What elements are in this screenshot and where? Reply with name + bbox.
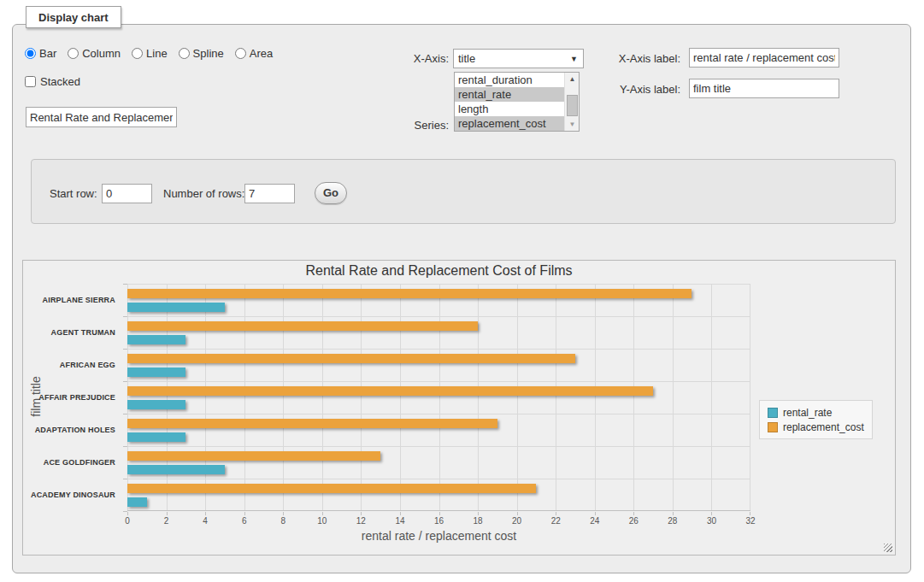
go-button[interactable]: Go xyxy=(315,182,347,204)
chart-type-option-spline[interactable]: Spline xyxy=(179,47,224,60)
bar-replacement_cost[interactable] xyxy=(127,321,478,331)
bar-replacement_cost[interactable] xyxy=(127,484,536,493)
gridline xyxy=(595,284,596,510)
x-axis-select-label: X-Axis: xyxy=(393,52,449,65)
x-tick-label: 30 xyxy=(698,516,724,526)
x-axis-tick xyxy=(244,512,245,515)
bar-rental_rate[interactable] xyxy=(127,335,185,344)
start-row-input[interactable] xyxy=(102,184,152,203)
gridline xyxy=(439,284,440,510)
series-option-rental_duration[interactable]: rental_duration xyxy=(455,73,564,87)
bar-replacement_cost[interactable] xyxy=(127,354,575,363)
series-option-replacement_cost[interactable]: replacement_cost xyxy=(455,116,564,131)
gridline xyxy=(633,284,634,510)
chart-type-radio-column[interactable] xyxy=(68,48,79,59)
chart-type-option-bar[interactable]: Bar xyxy=(25,47,56,60)
chart-type-option-line[interactable]: Line xyxy=(132,47,168,60)
num-rows-label: Number of rows: xyxy=(163,187,244,200)
stacked-checkbox[interactable] xyxy=(25,76,36,87)
legend-item-rental_rate[interactable]: rental_rate xyxy=(768,405,864,420)
resize-handle-icon[interactable] xyxy=(884,544,892,552)
x-tick-label: 10 xyxy=(309,516,335,526)
bar-rental_rate[interactable] xyxy=(127,465,225,474)
x-axis-tick xyxy=(556,512,556,515)
bar-rental_rate[interactable] xyxy=(127,497,147,507)
gridline xyxy=(750,284,750,510)
x-tick-label: 14 xyxy=(387,516,413,526)
x-tick-label: 6 xyxy=(232,516,257,526)
bar-rental_rate[interactable] xyxy=(127,400,185,409)
category-label: AFRICAN EGG xyxy=(23,349,121,381)
row-range-panel: Start row: Number of rows: Go xyxy=(31,159,896,224)
bar-rental_rate[interactable] xyxy=(127,303,225,312)
chart-type-radio-bar[interactable] xyxy=(25,48,36,59)
x-axis-label-input[interactable] xyxy=(689,48,839,68)
x-axis-select[interactable]: title ▼ xyxy=(453,49,584,68)
series-option-rental_rate[interactable]: rental_rate xyxy=(455,87,564,102)
stacked-checkbox-row: Stacked xyxy=(25,75,80,88)
chart-type-radio-spline[interactable] xyxy=(179,48,190,59)
x-tick-label: 18 xyxy=(465,516,491,526)
num-rows-input[interactable] xyxy=(244,184,295,203)
scrollbar-thumb[interactable] xyxy=(567,95,578,116)
category-label: ACE GOLDFINGER xyxy=(23,446,121,479)
gridline xyxy=(205,284,206,510)
bar-replacement_cost[interactable] xyxy=(127,289,692,298)
chart-type-radio-area[interactable] xyxy=(235,48,246,59)
y-axis-label-label: Y-Axis label: xyxy=(598,83,680,96)
bar-replacement_cost[interactable] xyxy=(127,386,653,396)
chart-type-label: Column xyxy=(82,47,121,60)
bar-replacement_cost[interactable] xyxy=(127,419,497,428)
series-listbox[interactable]: rental_durationrental_ratelengthreplacem… xyxy=(454,72,580,132)
bar-rental_rate[interactable] xyxy=(127,367,185,377)
x-tick-label: 0 xyxy=(115,516,140,526)
y-axis-label-input[interactable] xyxy=(689,79,839,98)
chart-title-input[interactable] xyxy=(26,107,177,127)
x-tick-label: 12 xyxy=(348,516,374,526)
stacked-label: Stacked xyxy=(40,75,80,88)
chart-legend: rental_ratereplacement_cost xyxy=(759,400,873,439)
bar-rental_rate[interactable] xyxy=(127,432,185,442)
gridline xyxy=(322,284,323,510)
scroll-up-icon[interactable]: ▲ xyxy=(565,73,580,85)
y-axis-tick xyxy=(123,284,127,285)
gridline xyxy=(127,349,750,350)
start-row-label: Start row: xyxy=(50,187,97,200)
bar-replacement_cost[interactable] xyxy=(127,451,380,461)
gridline xyxy=(556,284,556,510)
x-axis-tick xyxy=(322,512,323,515)
plot-area xyxy=(127,284,750,511)
listbox-scrollbar[interactable]: ▲ ▼ xyxy=(564,73,579,131)
category-label: AIRPLANE SIERRA xyxy=(23,284,121,316)
gridline xyxy=(127,446,750,447)
x-tick-label: 24 xyxy=(582,516,608,526)
legend-label: replacement_cost xyxy=(783,421,864,433)
gridline xyxy=(127,316,750,317)
x-tick-label: 4 xyxy=(192,516,218,526)
x-axis-tick xyxy=(205,512,206,515)
x-axis-tick xyxy=(283,512,284,515)
x-tick-label: 26 xyxy=(621,516,646,526)
x-axis-tick xyxy=(361,512,362,515)
x-axis-title: rental rate / replacement cost xyxy=(127,529,750,543)
y-axis-tick xyxy=(123,316,127,317)
category-label: ACADEMY DINOSAUR xyxy=(23,479,121,511)
category-label: ADAPTATION HOLES xyxy=(23,414,121,446)
gridline xyxy=(400,284,401,510)
gridline xyxy=(517,284,518,510)
chart-type-option-column[interactable]: Column xyxy=(68,47,121,60)
chart-type-label: Line xyxy=(146,47,168,60)
scroll-down-icon[interactable]: ▼ xyxy=(565,118,580,131)
legend-item-replacement_cost[interactable]: replacement_cost xyxy=(768,420,864,434)
series-option-length[interactable]: length xyxy=(455,102,564,116)
chart-type-radio-line[interactable] xyxy=(132,48,143,59)
x-tick-label: 8 xyxy=(270,516,296,526)
x-axis-tick xyxy=(673,512,674,515)
chart-type-option-area[interactable]: Area xyxy=(235,47,273,60)
gridline xyxy=(711,284,712,510)
x-axis-tick xyxy=(517,512,518,515)
y-axis-tick xyxy=(123,381,127,382)
x-axis-label-label: X-Axis label: xyxy=(598,52,680,65)
series-options: rental_durationrental_ratelengthreplacem… xyxy=(455,73,564,131)
x-tick-label: 28 xyxy=(660,516,686,526)
